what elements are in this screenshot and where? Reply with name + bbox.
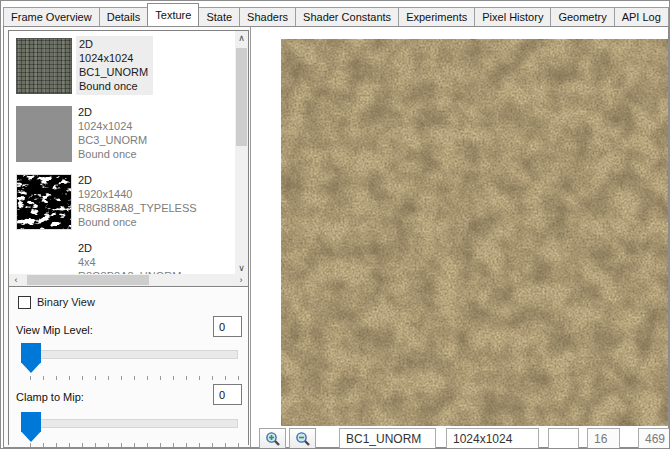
tab-shader-constants[interactable]: Shader Constants	[295, 7, 399, 26]
texture-size: 1920x1440	[78, 187, 197, 201]
preview-status-bar	[251, 428, 668, 449]
coordinate-y-field[interactable]	[638, 428, 670, 449]
texture-size: 1024x1024	[79, 51, 148, 65]
texture-format: BC3_UNORM	[78, 133, 147, 147]
texture-list-item-1[interactable]: 2D 1024x1024 BC1_UNORM Bound once	[9, 33, 235, 100]
tab-pixel-history[interactable]: Pixel History	[474, 7, 551, 26]
scroll-right-icon[interactable]: ›	[234, 274, 248, 286]
tab-api-log[interactable]: API Log	[614, 7, 669, 26]
view-mip-level-label: View Mip Level:	[16, 324, 93, 336]
horizontal-scroll-thumb[interactable]	[27, 275, 149, 285]
tab-experiments[interactable]: Experiments	[398, 7, 475, 26]
texture-usage: Bound once	[79, 79, 148, 93]
binary-view-checkbox[interactable]	[18, 296, 31, 309]
zoom-in-icon	[265, 431, 281, 447]
texture-type: 2D	[78, 105, 147, 119]
empty-field[interactable]	[548, 428, 579, 449]
texture-list-item-2[interactable]: 2D 1024x1024 BC3_UNORM Bound once	[9, 101, 235, 168]
texture-preview-panel	[250, 27, 668, 447]
zoom-in-button[interactable]	[259, 428, 286, 449]
zoom-out-icon	[295, 431, 311, 447]
clamp-mip-slider-ticks	[30, 443, 239, 447]
scroll-down-icon[interactable]: ∨	[235, 261, 248, 275]
texture-thumbnail-blank	[16, 242, 72, 274]
scroll-left-icon[interactable]: ‹	[9, 274, 23, 286]
tab-shaders[interactable]: Shaders	[239, 7, 296, 26]
texture-size: 1024x1024	[78, 119, 147, 133]
format-field[interactable]	[339, 428, 436, 449]
clamp-to-mip-input[interactable]	[213, 384, 242, 405]
texture-left-panel: 2D 1024x1024 BC1_UNORM Bound once 2D 102…	[8, 30, 249, 445]
graphics-debugger-texture-page: { "tabs": { "items": [ { "label": "Frame…	[0, 0, 670, 449]
tab-state[interactable]: State	[198, 7, 240, 26]
texture-format: R8G8B8A8_TYPELESS	[78, 201, 197, 215]
tab-frame-overview[interactable]: Frame Overview	[3, 7, 100, 26]
clamp-to-mip-label: Clamp to Mip:	[16, 391, 84, 403]
list-horizontal-scrollbar[interactable]: ‹ ›	[9, 274, 248, 286]
binary-view-label: Binary View	[37, 296, 95, 308]
scroll-up-icon[interactable]: ∧	[235, 31, 248, 45]
texture-item-meta: 2D 4x4 R8G8B8A8_UNORM	[78, 241, 181, 274]
texture-thumbnail-fabric	[16, 38, 72, 94]
texture-format: BC1_UNORM	[79, 65, 148, 79]
tab-geometry[interactable]: Geometry	[550, 7, 614, 26]
texture-usage: Bound once	[78, 215, 197, 229]
mip-controls-panel: Binary View View Mip Level: Clamp to Mip…	[9, 288, 248, 445]
texture-item-meta: 2D 1024x1024 BC1_UNORM Bound once	[76, 36, 153, 95]
texture-type: 2D	[78, 241, 181, 255]
tab-details[interactable]: Details	[99, 7, 149, 26]
view-mip-slider-ticks	[30, 376, 239, 380]
texture-item-meta: 2D 1024x1024 BC3_UNORM Bound once	[78, 105, 147, 161]
list-vertical-scrollbar[interactable]: ∧ ∨	[235, 31, 248, 275]
texture-thumbnail-splatter	[16, 174, 72, 230]
texture-tab-page: 2D 1024x1024 BC1_UNORM Bound once 2D 102…	[3, 26, 669, 448]
dimensions-field[interactable]	[446, 428, 539, 449]
coordinate-x-field[interactable]	[587, 428, 620, 449]
clamp-mip-slider-thumb[interactable]	[21, 412, 41, 442]
tab-strip: Frame Overview Details Texture State Sha…	[4, 3, 669, 26]
zoom-out-button[interactable]	[289, 428, 316, 449]
view-mip-level-input[interactable]	[213, 316, 242, 337]
texture-list-item-3[interactable]: 2D 1920x1440 R8G8B8A8_TYPELESS Bound onc…	[9, 169, 235, 236]
texture-size: 4x4	[78, 255, 181, 269]
texture-thumbnail-gray	[16, 106, 72, 162]
texture-preview-image[interactable]	[281, 39, 668, 426]
texture-list-items: 2D 1024x1024 BC1_UNORM Bound once 2D 102…	[9, 31, 235, 274]
tab-texture[interactable]: Texture	[147, 3, 199, 26]
vertical-scroll-thumb[interactable]	[236, 48, 247, 146]
clamp-mip-slider-track[interactable]	[28, 419, 238, 428]
texture-type: 2D	[78, 173, 197, 187]
texture-list-item-4[interactable]: 2D 4x4 R8G8B8A8_UNORM	[9, 237, 235, 274]
texture-list: 2D 1024x1024 BC1_UNORM Bound once 2D 102…	[9, 31, 248, 287]
texture-item-meta: 2D 1920x1440 R8G8B8A8_TYPELESS Bound onc…	[78, 173, 197, 229]
view-mip-slider-track[interactable]	[28, 350, 238, 359]
texture-type: 2D	[79, 37, 148, 51]
view-mip-slider-thumb[interactable]	[21, 343, 41, 373]
texture-usage: Bound once	[78, 147, 147, 161]
